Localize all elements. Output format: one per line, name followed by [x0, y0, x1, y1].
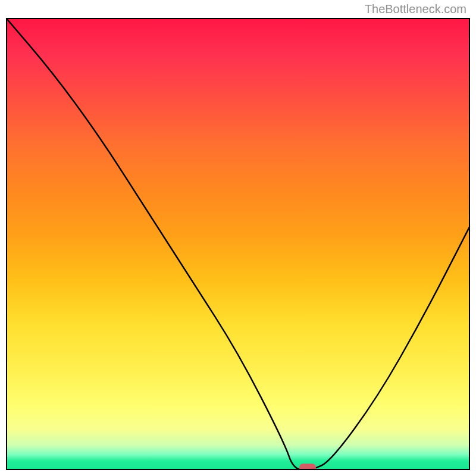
bottleneck-curve	[6, 18, 470, 470]
optimal-marker	[299, 464, 316, 470]
chart-container	[6, 18, 470, 470]
chart-svg	[6, 18, 470, 470]
watermark-text: TheBottleneck.com	[365, 2, 466, 16]
plot-area	[6, 18, 470, 470]
